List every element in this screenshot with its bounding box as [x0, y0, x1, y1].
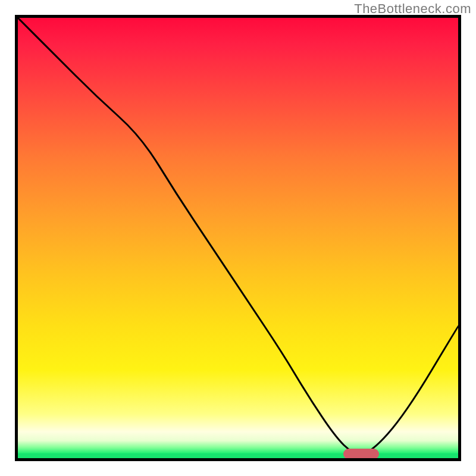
optimum-marker-pill	[343, 449, 379, 459]
watermark-text: TheBottleneck.com	[354, 1, 471, 17]
bottleneck-curve	[18, 18, 458, 458]
curve-path	[18, 18, 458, 454]
chart-plot-area	[15, 15, 461, 461]
chart-canvas: TheBottleneck.com	[0, 0, 476, 476]
